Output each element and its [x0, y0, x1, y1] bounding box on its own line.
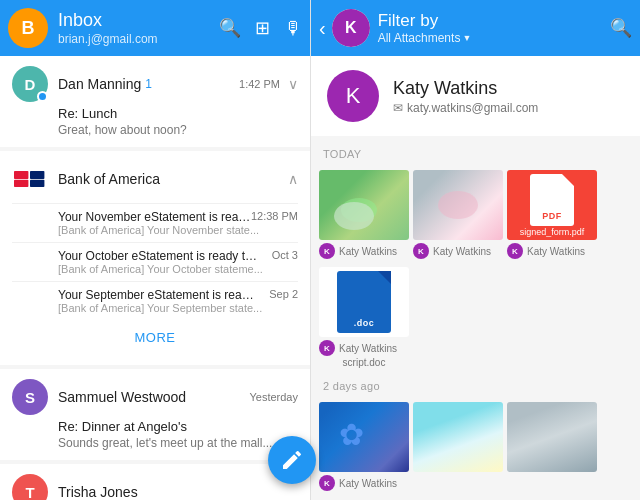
att-sender-name-pdf: Katy Watkins: [527, 246, 585, 257]
svg-rect-0: [14, 171, 28, 179]
doc-filename: script.doc: [319, 357, 409, 368]
blue-flowers-thumb: [319, 402, 409, 472]
sammuel-name: Sammuel Westwood: [58, 389, 186, 405]
katy-email-row: ✉ katy.watkins@gmail.com: [393, 101, 538, 115]
back-button[interactable]: ‹: [319, 17, 326, 40]
beach-thumb: [413, 402, 503, 472]
compose-fab[interactable]: [268, 436, 316, 484]
boa-time-3: Sep 2: [269, 288, 298, 300]
today-doc-grid: .doc K Katy Watkins script.doc: [311, 263, 640, 372]
email-icon: ✉: [393, 101, 403, 115]
att-sender-2: K Katy Watkins: [413, 243, 503, 259]
sammuel-avatar: S: [12, 379, 48, 415]
svg-rect-1: [14, 180, 28, 187]
trisha-avatar: T: [12, 474, 48, 500]
svg-rect-3: [30, 180, 44, 187]
email-item-trisha[interactable]: T Trisha Jones: [0, 464, 310, 500]
pdf-icon: PDF signed_form.pdf: [522, 173, 582, 238]
right-panel: ‹ K Filter by All Attachments ▼ 🔍 K Katy…: [310, 0, 640, 500]
filter-dropdown-icon[interactable]: ▼: [462, 33, 471, 43]
search-icon[interactable]: 🔍: [219, 17, 241, 39]
grid-icon[interactable]: ⊞: [255, 17, 270, 39]
attachment-item[interactable]: K Katy Watkins: [319, 170, 409, 259]
boa-email-row-2[interactable]: Your October eStatement is ready to be..…: [12, 242, 298, 281]
boa-time-2: Oct 3: [272, 249, 298, 261]
dan-subject: Re: Lunch: [58, 106, 298, 121]
att-sender-1: K Katy Watkins: [319, 243, 409, 259]
boa-name: Bank of America: [58, 171, 288, 187]
sammuel-subject: Re: Dinner at Angelo's: [58, 419, 298, 434]
boa-email-row-3[interactable]: Your September eStatement is ready to...…: [12, 281, 298, 320]
sammuel-time: Yesterday: [249, 391, 298, 403]
days-sender-avatar-1: K: [319, 475, 335, 491]
att-sender-avatar-1: K: [319, 243, 335, 259]
att-sender-name-doc: Katy Watkins: [339, 343, 397, 354]
right-header: ‹ K Filter by All Attachments ▼ 🔍: [311, 0, 640, 56]
left-header: B Inbox brian.j@gmail.com 🔍 ⊞ 🎙: [0, 0, 310, 56]
photo-thumb-2: [413, 170, 503, 240]
days-sender-1: K Katy Watkins: [319, 475, 409, 491]
days-item-3[interactable]: [507, 402, 597, 491]
boa-logo: [12, 161, 48, 197]
attachment-item-doc[interactable]: .doc K Katy Watkins script.doc: [319, 267, 409, 368]
email-item-sammuel[interactable]: S Sammuel Westwood Yesterday Re: Dinner …: [0, 369, 310, 460]
tower-thumb: [507, 402, 597, 472]
boa-subject-3: Your September eStatement is ready to...: [58, 288, 258, 302]
pdf-filename: signed_form.pdf: [520, 227, 585, 237]
svg-point-4: [341, 198, 377, 222]
days-item-1[interactable]: K Katy Watkins: [319, 402, 409, 491]
boa-chevron-icon[interactable]: ∧: [288, 171, 298, 187]
att-sender-name-2: Katy Watkins: [433, 246, 491, 257]
boa-more-button[interactable]: MORE: [12, 320, 298, 355]
boa-subject-2: Your October eStatement is ready to be..…: [58, 249, 258, 263]
dan-time: 1:42 PM: [239, 78, 280, 90]
today-label: TODAY: [311, 140, 640, 166]
svg-point-6: [438, 191, 478, 219]
dan-preview: Great, how about noon?: [58, 123, 298, 137]
att-sender-doc: K Katy Watkins: [319, 340, 409, 356]
katy-name: Katy Watkins: [393, 78, 538, 99]
days-item-2[interactable]: [413, 402, 503, 491]
sammuel-name-block: Sammuel Westwood: [58, 389, 249, 405]
boa-preview-1: [Bank of America] Your November state...: [58, 224, 298, 236]
boa-preview-2: [Bank of America] Your October stateme..…: [58, 263, 298, 275]
boa-time-1: 12:38 PM: [251, 210, 298, 222]
today-attachments-grid: K Katy Watkins K Katy Watkins: [311, 166, 640, 263]
dan-chevron-icon[interactable]: ∨: [288, 76, 298, 92]
attachment-item[interactable]: K Katy Watkins: [413, 170, 503, 259]
filter-title: Filter by: [378, 11, 610, 31]
email-item-dan[interactable]: D Dan Manning 1 1:42 PM ∨ Re: Lunch Grea…: [0, 56, 310, 147]
attachment-item-pdf[interactable]: PDF signed_form.pdf K Katy Watkins: [507, 170, 597, 259]
header-icons: 🔍 ⊞ 🎙: [219, 17, 302, 39]
sammuel-preview: Sounds great, let's meet up at the mall.…: [58, 436, 298, 450]
days-ago-grid: K Katy Watkins: [311, 398, 640, 495]
katy-email: katy.watkins@gmail.com: [407, 101, 538, 115]
days-ago-label: 2 days ago: [311, 372, 640, 398]
inbox-title-block: Inbox brian.j@gmail.com: [58, 10, 219, 46]
email-item-boa[interactable]: Bank of America ∧ Your November eStateme…: [0, 151, 310, 365]
att-sender-avatar-2: K: [413, 243, 429, 259]
filter-avatar: K: [332, 9, 370, 47]
boa-preview-3: [Bank of America] Your September state..…: [58, 302, 298, 314]
svg-rect-2: [30, 171, 44, 179]
account-avatar[interactable]: B: [8, 8, 48, 48]
att-sender-avatar-pdf: K: [507, 243, 523, 259]
dan-name-block: Dan Manning 1: [58, 76, 239, 92]
right-search-icon[interactable]: 🔍: [610, 17, 632, 39]
account-email: brian.j@gmail.com: [58, 32, 219, 46]
attachments-area: TODAY K Katy Watkins: [311, 140, 640, 500]
doc-icon: .doc: [337, 271, 391, 333]
left-panel: B Inbox brian.j@gmail.com 🔍 ⊞ 🎙 D Dan Ma…: [0, 0, 310, 500]
days-sender-name-1: Katy Watkins: [339, 478, 397, 489]
filter-sub[interactable]: All Attachments ▼: [378, 31, 610, 45]
filter-title-block: Filter by All Attachments ▼: [378, 11, 610, 45]
katy-profile: K Katy Watkins ✉ katy.watkins@gmail.com: [311, 56, 640, 136]
boa-subject-1: Your November eStatement is ready to...: [58, 210, 251, 224]
trisha-name: Trisha Jones: [58, 484, 138, 500]
dan-name: Dan Manning: [58, 76, 141, 92]
mic-icon[interactable]: 🎙: [284, 18, 302, 39]
dan-avatar: D: [12, 66, 48, 102]
boa-email-row-1[interactable]: Your November eStatement is ready to... …: [12, 203, 298, 242]
att-sender-name-1: Katy Watkins: [339, 246, 397, 257]
photo-thumb-1: [319, 170, 409, 240]
